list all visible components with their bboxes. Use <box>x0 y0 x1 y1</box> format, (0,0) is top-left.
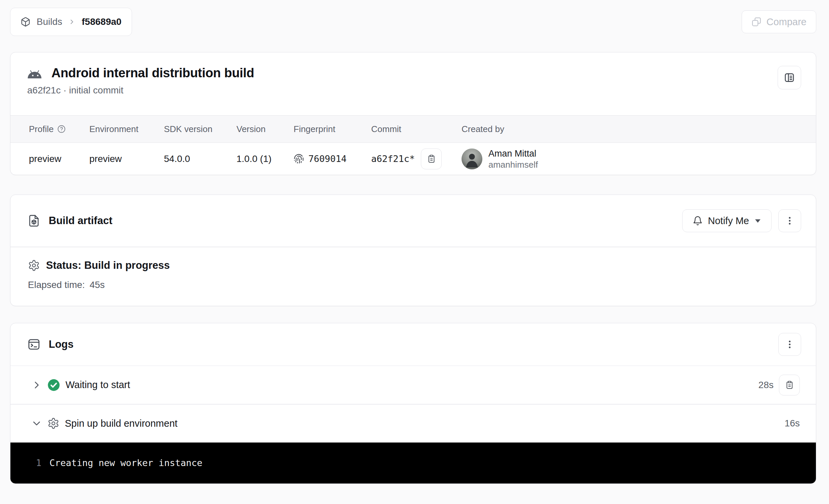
logs-menu-button[interactable] <box>778 333 801 356</box>
step-duration: 28s <box>758 380 773 390</box>
build-table-row: preview preview 54.0.0 1.0.0 (1) 7609014… <box>10 143 816 175</box>
column-header-environment: Environment <box>89 124 164 134</box>
elapsed-time-label: Elapsed time: <box>28 280 85 290</box>
user-name: Aman Mittal <box>489 148 538 159</box>
copy-commit-button[interactable] <box>421 148 442 169</box>
cell-commit: a62f21c* <box>371 148 462 169</box>
build-card: Android internal distribution build a62f… <box>10 52 816 175</box>
cell-sdk-version: 54.0.0 <box>164 153 237 164</box>
notify-me-label: Notify Me <box>708 215 749 226</box>
column-header-version: Version <box>237 124 294 134</box>
column-header-profile: Profile <box>29 124 89 134</box>
fingerprint-value: 7609014 <box>309 153 347 164</box>
details-panel-button[interactable] <box>778 66 801 89</box>
compare-button[interactable]: Compare <box>742 10 816 33</box>
top-bar: Builds f58689a0 Compare <box>10 8 816 36</box>
chevron-right-icon[interactable] <box>31 380 42 390</box>
breadcrumb: Builds f58689a0 <box>10 8 132 36</box>
page: Builds f58689a0 Compare Android internal… <box>0 0 829 484</box>
caret-down-icon <box>754 218 761 223</box>
log-terminal: 1 Creating new worker instance <box>10 442 816 483</box>
artifact-body: Status: Build in progress Elapsed time:4… <box>10 247 816 306</box>
elapsed-time-value: 45s <box>90 280 105 290</box>
log-line-text: Creating new worker instance <box>49 458 202 468</box>
fingerprint-icon <box>294 153 304 164</box>
log-line-number: 1 <box>36 458 41 468</box>
logs-card: Logs Waiting to start 28s <box>10 323 816 484</box>
column-header-created-by: Created by <box>462 124 816 134</box>
cell-created-by: Aman Mittal amanhimself <box>462 148 816 170</box>
build-status-text: Status: Build in progress <box>46 259 170 272</box>
kebab-menu-icon <box>785 216 795 226</box>
column-header-sdk-version: SDK version <box>164 124 237 134</box>
build-commit-subtitle: a62f21c · initial commit <box>27 85 254 96</box>
logs-header: Logs <box>10 323 816 366</box>
build-card-header: Android internal distribution build a62f… <box>10 52 816 115</box>
cube-icon <box>21 17 31 27</box>
gear-icon <box>47 417 60 429</box>
layout-panel-icon <box>784 72 795 83</box>
compare-label: Compare <box>766 16 806 28</box>
logs-title: Logs <box>49 338 74 351</box>
gear-icon <box>28 259 40 272</box>
step-duration: 16s <box>785 418 800 429</box>
build-table-header: Profile Environment SDK version Version … <box>10 115 816 143</box>
kebab-menu-icon <box>785 339 795 350</box>
chevron-down-icon[interactable] <box>31 418 42 429</box>
user-username: amanhimself <box>489 159 538 170</box>
artifact-menu-button[interactable] <box>778 209 801 232</box>
breadcrumb-build-id: f58689a0 <box>82 16 121 27</box>
cell-version: 1.0.0 (1) <box>237 153 294 164</box>
clipboard-icon <box>785 380 794 389</box>
cell-environment: preview <box>89 153 164 164</box>
bell-icon <box>693 216 703 226</box>
compare-icon <box>751 17 761 27</box>
column-header-commit: Commit <box>371 124 462 134</box>
file-box-icon <box>27 214 41 227</box>
android-icon <box>27 67 43 80</box>
cell-profile: preview <box>29 153 89 164</box>
success-check-icon <box>47 379 60 391</box>
breadcrumb-builds-link[interactable]: Builds <box>37 16 62 27</box>
help-icon[interactable] <box>57 125 66 133</box>
column-header-fingerprint: Fingerprint <box>294 124 371 134</box>
build-artifact-card: Build artifact Notify Me <box>10 194 816 306</box>
avatar <box>462 148 482 169</box>
clipboard-icon <box>427 154 436 163</box>
step-label: Spin up build environment <box>65 418 177 429</box>
cell-fingerprint[interactable]: 7609014 <box>294 153 371 164</box>
step-label: Waiting to start <box>66 379 130 390</box>
build-title: Android internal distribution build <box>51 66 254 80</box>
copy-logs-button[interactable] <box>779 375 800 395</box>
commit-hash: a62f21c* <box>371 153 415 164</box>
chevron-right-icon <box>68 18 76 26</box>
artifact-header: Build artifact Notify Me <box>10 195 816 247</box>
terminal-icon <box>27 338 41 351</box>
notify-me-button[interactable]: Notify Me <box>682 209 771 232</box>
log-step-row[interactable]: Spin up build environment 16s <box>10 404 816 442</box>
log-step-row[interactable]: Waiting to start 28s <box>10 366 816 404</box>
artifact-title: Build artifact <box>49 215 112 227</box>
